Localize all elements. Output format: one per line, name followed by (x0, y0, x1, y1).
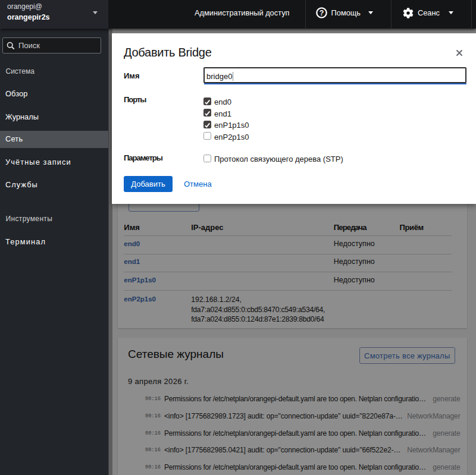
svg-text:?: ? (319, 9, 324, 17)
